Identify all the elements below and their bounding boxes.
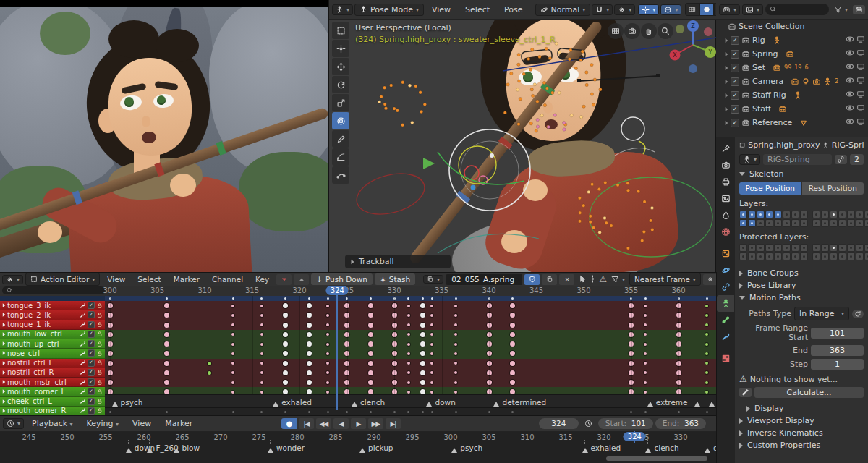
- keyframe[interactable]: [510, 361, 515, 366]
- keyframe[interactable]: [326, 314, 329, 317]
- camera-preview-area[interactable]: [0, 0, 329, 273]
- layer-toggle[interactable]: [847, 219, 855, 227]
- expand-icon[interactable]: [3, 409, 6, 413]
- keyframe[interactable]: [368, 370, 373, 375]
- keyframe[interactable]: [326, 391, 329, 394]
- layer-toggle[interactable]: [821, 244, 829, 252]
- summary-key[interactable]: [260, 297, 263, 300]
- dope-sheet-ruler[interactable]: 300305310315320325330335340345350355360: [0, 286, 716, 297]
- orientation-dropdown[interactable]: Normal▾: [535, 4, 591, 16]
- layer-toggle[interactable]: [856, 219, 864, 227]
- tool-cursor-button[interactable]: [332, 40, 349, 57]
- keyframe[interactable]: [307, 341, 312, 347]
- expand-icon[interactable]: [3, 370, 6, 375]
- layer-toggle[interactable]: [765, 252, 773, 260]
- tool-scale-button[interactable]: [332, 94, 349, 111]
- collection-checkbox[interactable]: ✓: [731, 64, 739, 72]
- summary-key[interactable]: [431, 297, 433, 300]
- keyframe[interactable]: [368, 380, 373, 385]
- proportional-editing-dropdown[interactable]: ▾: [614, 4, 635, 15]
- keyframe[interactable]: [164, 341, 169, 347]
- layer-toggle[interactable]: [856, 252, 864, 260]
- tool-move-button[interactable]: [332, 58, 349, 75]
- timeline-marker-wonder[interactable]: wonder: [268, 444, 305, 453]
- keyframe[interactable]: [454, 371, 457, 374]
- keyframe[interactable]: [430, 371, 433, 374]
- layer-toggle[interactable]: [821, 252, 829, 260]
- layer-toggle[interactable]: [783, 219, 791, 227]
- summary-key[interactable]: [308, 297, 310, 300]
- browse-action-button[interactable]: ▾: [423, 275, 443, 284]
- outliner-row-spring[interactable]: ✓Spring: [716, 47, 868, 61]
- disable-viewport-toggle[interactable]: [856, 62, 865, 73]
- keyframe-row-tongue_1_ik[interactable]: [105, 320, 716, 331]
- keyframe[interactable]: [368, 351, 373, 356]
- layer-toggle[interactable]: [748, 252, 756, 260]
- auto-keying-button[interactable]: ●: [281, 418, 297, 429]
- collection-checkbox[interactable]: ✓: [731, 119, 739, 127]
- stash-button[interactable]: ∗ Stash: [375, 273, 415, 285]
- keyframe[interactable]: [420, 380, 425, 385]
- dopesheet-playhead[interactable]: [336, 286, 338, 410]
- keyframe[interactable]: [454, 305, 457, 307]
- keyframe[interactable]: [454, 362, 457, 365]
- layer-toggle[interactable]: [791, 219, 799, 227]
- timeline-ruler[interactable]: 2452502552602652702752802852902953003053…: [0, 431, 716, 463]
- tab-world[interactable]: [717, 224, 734, 240]
- tool-select-box-button[interactable]: [332, 22, 349, 39]
- hide-viewport-toggle[interactable]: [846, 62, 854, 73]
- keyframe[interactable]: [283, 332, 288, 337]
- outliner-row-reference[interactable]: ✓Reference: [716, 116, 868, 129]
- menu-view[interactable]: View: [425, 5, 457, 14]
- outliner-row-scene-collection[interactable]: Scene Collection: [716, 20, 868, 33]
- expand-icon[interactable]: [3, 352, 6, 356]
- snapping-dropdown[interactable]: ▾: [592, 4, 613, 15]
- layer-toggle[interactable]: [838, 219, 846, 227]
- keyframe[interactable]: [260, 343, 263, 346]
- keyframe-row-nose_ctrl[interactable]: [105, 349, 716, 359]
- keyframe[interactable]: [705, 352, 708, 355]
- hide-viewport-toggle[interactable]: [846, 76, 854, 87]
- keyframe-row-mouth_mstr_ctrl[interactable]: [105, 378, 716, 388]
- use-preview-range-button[interactable]: [581, 418, 596, 429]
- layer-toggle[interactable]: [800, 211, 808, 218]
- summary-key[interactable]: [455, 297, 457, 300]
- keyframe[interactable]: [231, 391, 234, 394]
- layer-toggle[interactable]: [739, 252, 747, 260]
- channel-enable-checkbox[interactable]: ✓: [88, 360, 95, 367]
- channel-enable-checkbox[interactable]: ✓: [88, 302, 95, 309]
- channel-mouth_low_ctrl[interactable]: mouth_low_ctrl✓: [0, 330, 105, 339]
- keyframe-row-nostril_ctrl_R[interactable]: [105, 368, 716, 378]
- channel-nostril_ctrl_R[interactable]: nostril_ctrl_R✓: [0, 368, 105, 378]
- collection-checkbox[interactable]: ✓: [731, 105, 739, 114]
- keyframe[interactable]: [326, 362, 329, 365]
- timeline-marker-exhaled[interactable]: exhaled: [582, 444, 621, 453]
- channel-enable-checkbox[interactable]: ✓: [88, 369, 95, 376]
- keyframe[interactable]: [231, 333, 234, 336]
- layer-toggle[interactable]: [783, 211, 791, 218]
- keyframe[interactable]: [326, 352, 329, 355]
- copy-to-selected-button[interactable]: [852, 310, 864, 318]
- keyframe[interactable]: [283, 370, 288, 375]
- layer-toggle[interactable]: [757, 219, 765, 227]
- channel-tongue_3_ik[interactable]: tongue_3_ik✓: [0, 301, 105, 310]
- tool-transform-button[interactable]: [332, 112, 349, 129]
- keyframe[interactable]: [283, 380, 288, 385]
- keyframe[interactable]: [644, 381, 647, 384]
- keyframe[interactable]: [368, 323, 373, 328]
- channel-search-input[interactable]: [2, 286, 105, 294]
- timeline-scrollbar[interactable]: [606, 456, 707, 461]
- keyframe[interactable]: [326, 333, 329, 336]
- layer-toggle[interactable]: [838, 252, 846, 260]
- tab-bone[interactable]: [717, 312, 734, 328]
- keyframe[interactable]: [430, 333, 433, 336]
- editor-type-button[interactable]: ▾: [719, 4, 740, 15]
- keyframe[interactable]: [454, 381, 457, 384]
- tool-pose-breakdowner-button[interactable]: [332, 166, 349, 184]
- menu-view[interactable]: View: [127, 419, 157, 428]
- frame-start-field[interactable]: Start: 101: [598, 418, 653, 429]
- keyframe[interactable]: [164, 361, 169, 366]
- layer-toggle[interactable]: [830, 219, 838, 227]
- outliner-row-staff-rig[interactable]: ✓Staff Rig: [716, 88, 868, 102]
- keyframe[interactable]: [454, 314, 457, 317]
